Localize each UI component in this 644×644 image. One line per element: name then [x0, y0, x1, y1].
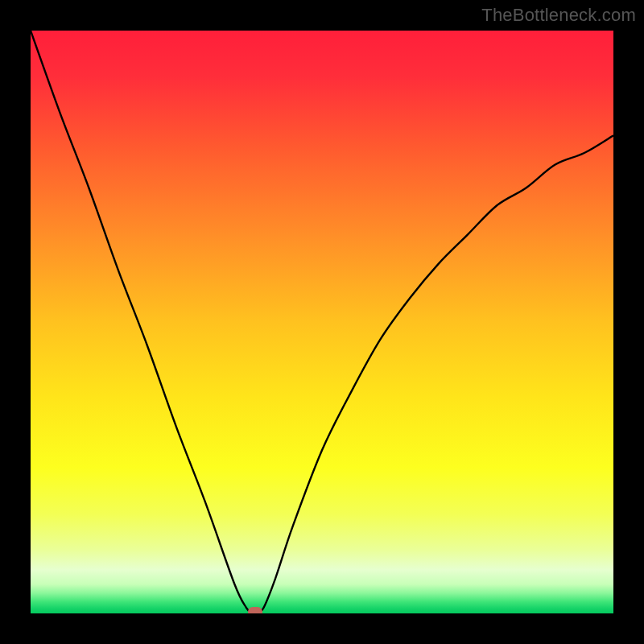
plot-area — [31, 31, 613, 613]
optimal-point-marker — [248, 607, 262, 613]
bottleneck-curve — [31, 31, 613, 613]
watermark-text: TheBottleneck.com — [481, 5, 636, 26]
chart-frame: TheBottleneck.com — [0, 0, 644, 644]
